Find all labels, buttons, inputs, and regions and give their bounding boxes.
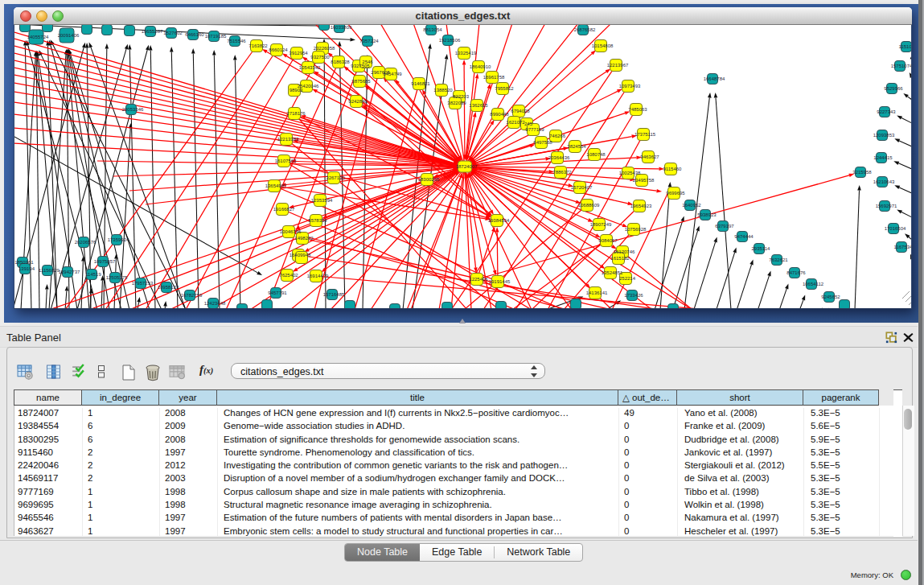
svg-text:1388520: 1388520 [433,88,453,93]
svg-text:16782759: 16782759 [181,293,203,298]
svg-text:26876582: 26876582 [574,27,596,32]
svg-text:9529966: 9529966 [884,86,903,91]
svg-text:98903: 98903 [290,88,303,93]
svg-text:1621072: 1621072 [506,120,525,125]
svg-text:8660124: 8660124 [269,47,288,52]
svg-text:10654112: 10654112 [803,282,824,286]
svg-text:10046766: 10046766 [280,229,302,234]
svg-text:15716485: 15716485 [323,292,345,297]
svg-text:7955812: 7955812 [495,86,514,91]
svg-text:6794028: 6794028 [511,109,530,113]
svg-text:9115460: 9115460 [663,167,683,171]
svg-text:12423448: 12423448 [204,301,226,306]
svg-text:10719185: 10719185 [205,34,227,39]
svg-text:12093853: 12093853 [873,133,895,138]
svg-text:23495758: 23495758 [633,178,655,183]
svg-text:16210643: 16210643 [873,179,895,184]
svg-text:1527602: 1527602 [163,31,183,35]
svg-text:10688609: 10688609 [578,203,600,208]
svg-text:1733426: 1733426 [624,293,643,298]
svg-text:822203: 822203 [453,94,470,99]
svg-text:13524851: 13524851 [602,270,623,275]
svg-text:19654923: 19654923 [630,204,652,208]
svg-text:114519: 114519 [85,272,101,277]
svg-text:7515546: 7515546 [227,39,246,43]
svg-text:1080748: 1080748 [586,152,606,157]
svg-text:19166827: 19166827 [273,207,295,212]
svg-text:12353594: 12353594 [311,198,333,203]
svg-text:7625402: 7625402 [279,273,298,278]
svg-text:8186328: 8186328 [331,60,350,64]
svg-text:6379197: 6379197 [715,224,734,229]
svg-text:9327500: 9327500 [310,55,330,60]
svg-text:6466160: 6466160 [185,32,204,37]
svg-text:20206576: 20206576 [75,240,97,245]
svg-text:19191445: 19191445 [489,279,511,284]
svg-text:1167534: 1167534 [894,245,912,249]
svg-text:15692971: 15692971 [876,204,897,208]
svg-text:14055724: 14055724 [27,35,49,39]
svg-text:19218506: 19218506 [439,38,461,43]
svg-text:7357224: 7357224 [359,39,379,43]
svg-text:11156829: 11156829 [39,268,60,273]
svg-text:17957253: 17957253 [132,281,154,286]
svg-text:7163822: 7163822 [248,43,268,48]
svg-text:139194: 139194 [18,266,35,271]
svg-text:5938923: 5938923 [697,212,717,217]
svg-text:13325419: 13325419 [455,51,477,56]
svg-text:18640910: 18640910 [470,64,491,69]
svg-text:8990448: 8990448 [490,112,509,117]
svg-text:10543342: 10543342 [299,65,321,70]
svg-text:20053346: 20053346 [122,107,144,112]
svg-text:9463627: 9463627 [640,154,659,159]
svg-text:1244415: 1244415 [873,155,893,160]
svg-text:3267130: 3267130 [326,175,345,180]
svg-text:12213967: 12213967 [607,63,629,68]
svg-text:7485063: 7485063 [628,107,647,112]
svg-text:9474444: 9474444 [734,234,754,239]
svg-text:10655287: 10655287 [142,29,163,34]
svg-text:15720407: 15720407 [571,185,593,190]
svg-text:2935114: 2935114 [752,246,771,251]
svg-text:1225406: 1225406 [469,277,488,282]
svg-text:20091406: 20091406 [58,33,80,38]
svg-text:7886372: 7886372 [552,170,572,175]
svg-text:9777169: 9777169 [525,127,544,132]
svg-text:15751074: 15751074 [891,64,912,68]
svg-text:2718176: 2718176 [286,111,306,116]
svg-text:16648784: 16648784 [704,76,725,81]
svg-text:3822039: 3822039 [447,101,466,105]
svg-text:1151047: 1151047 [899,44,912,49]
svg-text:16961758: 16961758 [483,75,505,80]
svg-text:18300295: 18300295 [418,177,440,182]
svg-text:16107563: 16107563 [275,159,297,163]
svg-text:16120746: 16120746 [614,249,635,254]
svg-text:245: 245 [524,122,533,126]
svg-text:5578334: 5578334 [308,218,327,223]
svg-text:12942737: 12942737 [59,270,80,274]
svg-text:1498242: 1498242 [294,236,314,241]
svg-text:6497568: 6497568 [533,140,552,145]
svg-text:9699695: 9699695 [666,191,685,196]
svg-text:10756928: 10756928 [625,227,647,232]
svg-text:9146821: 9146821 [411,81,430,86]
svg-text:1362615: 1362615 [469,103,488,108]
svg-text:23226058: 23226058 [314,46,335,51]
svg-text:10025438: 10025438 [619,171,641,175]
svg-text:7632621: 7632621 [769,257,788,262]
svg-text:17359924: 17359924 [108,237,129,242]
svg-text:16033809: 16033809 [331,25,352,30]
svg-text:12213383: 12213383 [277,137,299,142]
svg-text:9457791: 9457791 [268,290,287,295]
svg-text:3912954: 3912954 [289,51,308,56]
svg-text:3215958: 3215958 [852,170,872,175]
svg-text:9227343: 9227343 [877,109,896,114]
svg-text:8454749: 8454749 [383,72,402,76]
svg-text:18907249: 18907249 [590,222,612,227]
svg-text:9242848: 9242848 [348,99,368,104]
svg-text:2546: 2546 [362,60,373,64]
svg-text:9245652: 9245652 [821,295,840,299]
svg-text:8471676: 8471676 [786,270,806,275]
svg-text:252214: 252214 [619,276,636,281]
svg-text:10975857: 10975857 [94,259,116,264]
